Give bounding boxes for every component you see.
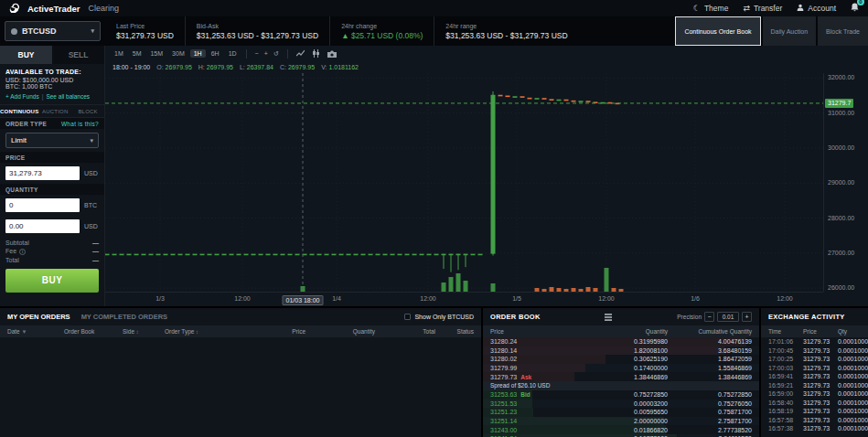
what-is-this-link[interactable]: What is this? (61, 121, 99, 127)
chevron-down-icon: ▾ (90, 137, 93, 144)
timeframe-1d[interactable]: 1D (225, 49, 241, 58)
x-axis-label: 12:00 (777, 295, 793, 302)
orderbook-bid-row[interactable]: 31253.63Bid0.752728500.75272850 (483, 390, 759, 400)
orderbook-ask-row[interactable]: 31280.141.820081003.68480159 (483, 346, 759, 356)
orders-column-status[interactable]: Status (435, 328, 474, 335)
camera-icon[interactable] (325, 50, 339, 58)
show-only-btcusd-checkbox[interactable] (404, 314, 411, 320)
timeframe-1m[interactable]: 1M (111, 49, 127, 58)
sell-tab[interactable]: SELL (52, 46, 104, 64)
sort-icon: ↕ (194, 329, 198, 335)
orders-column-order-type[interactable]: Order Type ↕ (165, 328, 229, 335)
see-all-balances-link[interactable]: See all balances (46, 93, 90, 100)
trade-row[interactable]: 16:57:3831279.730.00010000 (761, 424, 868, 433)
exchange-activity-panel: EXCHANGE ACTIVITY TimePriceQty 17:01:063… (761, 308, 868, 437)
trade-row[interactable]: 16:59:4131279.730.00010000 (761, 372, 868, 381)
buy-button[interactable]: BUY (5, 269, 99, 293)
timeframe-1h[interactable]: 1H (190, 49, 206, 58)
ob-quantity: 0.75272850 (551, 391, 668, 398)
notifications-button[interactable]: 0 (851, 3, 859, 14)
quantity-usd-input[interactable] (5, 219, 80, 233)
act-col-time[interactable]: Time (768, 328, 803, 335)
ob-quantity: 0.00595650 (551, 409, 668, 415)
orderbook-bid-row[interactable]: 31243.000.018668202.77738520 (483, 425, 759, 434)
mode-tab-auction[interactable]: AUCTION (38, 105, 71, 117)
theme-button[interactable]: ☾ Theme (693, 4, 729, 13)
orderbook-ask-row[interactable]: 31279.73Ask1.384468691.38446869 (483, 372, 759, 381)
quantity-btc-unit: BTC (84, 202, 99, 208)
trade-row[interactable]: 16:57:5831279.730.00010000 (761, 416, 868, 425)
market-stat-last-price: Last Price$31,279.73 USD (105, 16, 185, 46)
timeframe-6h[interactable]: 6H (208, 49, 223, 58)
timeframe-5m[interactable]: 5M (129, 49, 145, 58)
ob-col-cumulative[interactable]: Cumulative Quantity (668, 328, 752, 335)
trade-row[interactable]: 16:59:2131279.730.00010000 (761, 381, 868, 390)
orders-column-quantity[interactable]: Quantity (305, 328, 375, 335)
x-axis-label: 1/6 (691, 295, 700, 302)
tab-my-open-orders[interactable]: MY OPEN ORDERS (7, 313, 70, 321)
view-tab-block-trade[interactable]: Block Trade (818, 16, 868, 46)
account-menu[interactable]: Account (797, 4, 836, 13)
nav-clearing[interactable]: Clearing (89, 4, 120, 13)
trade-panel: BUY SELL AVAILABLE TO TRADE: USD: $100,0… (0, 46, 105, 306)
chart-plot[interactable] (105, 73, 823, 292)
trade-row[interactable]: 17:00:2531279.730.00010000 (761, 355, 868, 364)
view-tab-continuous-order-book[interactable]: Continuous Order Book (675, 16, 760, 46)
orders-column-order-book[interactable]: Order Book (64, 328, 123, 335)
orderbook-ask-row[interactable]: 31279.990.174000001.55846869 (483, 364, 759, 373)
orderbook-ask-row[interactable]: 31280.240.319959804.00476139 (483, 337, 759, 346)
ob-cumulative: 1.86472059 (668, 356, 752, 362)
transfer-button[interactable]: ⇄ Transfer (743, 4, 782, 13)
zoom-out-icon[interactable]: − (252, 50, 262, 58)
orders-column-side[interactable]: Side ↕ (123, 328, 165, 335)
act-col-qty[interactable]: Qty (838, 328, 868, 335)
orderbook-layout-icon[interactable] (605, 314, 612, 321)
main-row: BUY SELL AVAILABLE TO TRADE: USD: $100,0… (0, 46, 868, 306)
timeframe-15m[interactable]: 15M (146, 49, 166, 58)
totals: Subtotal—Feei—Total— (0, 237, 104, 265)
stat-value: $31,253.63 USD - $31,279.73 USD (445, 31, 567, 40)
x-axis[interactable]: 1/312:0001/03 18:001/412:001/512:001/612… (105, 292, 823, 306)
reset-zoom-icon[interactable]: ↺ (271, 50, 282, 58)
timeframe-30m[interactable]: 30M (168, 49, 188, 58)
order-type-select[interactable]: Limit ▾ (5, 133, 99, 148)
price-axis[interactable]: 32000.0031000.0030000.0029000.0028000.00… (823, 73, 868, 292)
add-funds-link[interactable]: + Add Funds (5, 93, 39, 100)
orderbook-bid-row[interactable]: 31251.230.005956500.75871700 (483, 408, 759, 417)
trade-row[interactable]: 17:00:4531279.730.00010000 (761, 346, 868, 356)
candlestick-icon[interactable] (309, 49, 323, 58)
orders-column-price[interactable]: Price (229, 328, 305, 335)
orderbook-ask-row[interactable]: 31280.020.306251901.86472059 (483, 355, 759, 364)
trade-row[interactable]: 16:58:1931279.730.00010000 (761, 407, 868, 416)
trade-row[interactable]: 16:59:0031279.730.00010000 (761, 389, 868, 399)
stat-value: $31,279.73 USD (116, 31, 174, 40)
orderbook-bid-row[interactable]: 31251.530.000032000.75276050 (483, 400, 759, 409)
orderbook-bid-row[interactable]: 31251.142.000000002.75871700 (483, 417, 759, 426)
ob-col-price[interactable]: Price (490, 328, 551, 335)
view-tab-daily-auction[interactable]: Daily Auction (763, 16, 816, 46)
pair-selector[interactable]: BTCUSD ▾ (5, 21, 101, 41)
precision-decrease-button[interactable]: − (704, 312, 714, 322)
act-col-price[interactable]: Price (803, 328, 838, 335)
ob-col-quantity[interactable]: Quantity (551, 328, 668, 335)
precision-increase-button[interactable]: + (742, 312, 752, 322)
ohlc-readout: 18:00 - 19:00 O: 26979.95H: 26979.95L: 2… (105, 61, 868, 73)
price-input[interactable] (5, 166, 80, 180)
mode-tab-continuous[interactable]: CONTINUOUS (0, 105, 38, 117)
candlestick-chart[interactable] (105, 73, 823, 292)
stat-value: $31,253.63 USD - $31,279.73 USD (197, 31, 318, 40)
trade-row[interactable]: 17:00:0331279.730.00010000 (761, 364, 868, 373)
buy-tab[interactable]: BUY (0, 46, 52, 64)
zoom-in-icon[interactable]: + (262, 50, 271, 58)
mode-tab-block[interactable]: BLOCK (71, 105, 104, 117)
quantity-btc-input[interactable] (5, 198, 80, 212)
orders-column-total[interactable]: Total (375, 328, 435, 335)
trade-row[interactable]: 16:58:4031279.730.00010000 (761, 399, 868, 408)
tab-my-completed-orders[interactable]: MY COMPLETED ORDERS (81, 313, 167, 321)
line-chart-icon[interactable] (294, 49, 307, 58)
my-orders-panel: MY OPEN ORDERSMY COMPLETED ORDERS Show O… (0, 308, 481, 437)
orders-column-date[interactable]: Date ▼ (7, 328, 64, 335)
ob-price: 31251.14 (490, 418, 551, 424)
btcusd-filter[interactable]: Show Only BTCUSD (404, 314, 474, 320)
trade-row[interactable]: 17:01:0631279.730.00010000 (761, 337, 868, 346)
